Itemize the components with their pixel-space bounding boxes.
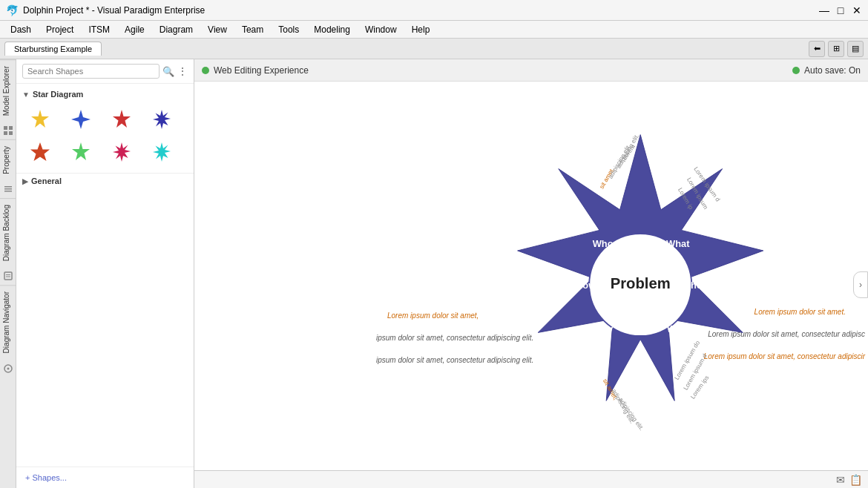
svg-rect-0 <box>4 126 7 130</box>
model-explorer-icon <box>1 123 16 138</box>
shape-panel: 🔍 ⋮ ▼ Star Diagram <box>16 59 194 488</box>
svg-text:Where: Where <box>682 280 711 291</box>
svg-marker-12 <box>31 110 49 128</box>
tab-icon-grid[interactable]: ⊞ <box>828 41 844 57</box>
minimize-button[interactable]: — <box>819 5 829 16</box>
diagram-navigator-icon <box>1 361 16 376</box>
sidebar-tab-diagram-backlog[interactable]: Diagram Backlog <box>0 198 16 267</box>
svg-marker-16 <box>30 142 50 161</box>
svg-text:Why: Why <box>593 323 614 334</box>
shape-item-star-4pt-blue[interactable] <box>66 105 96 134</box>
svg-rect-9 <box>6 277 10 277</box>
autosave-dot <box>792 67 800 74</box>
title-bar-controls: — □ ✕ <box>819 5 862 16</box>
tab-bar: Starbursting Example ⬅ ⊞ ▤ <box>0 39 868 59</box>
status-dot <box>202 67 209 74</box>
svg-rect-1 <box>9 126 13 130</box>
search-bar: 🔍 ⋮ <box>16 59 194 84</box>
svg-rect-2 <box>4 131 7 135</box>
shape-item-star-5pt-orange[interactable] <box>25 137 55 167</box>
svg-marker-15 <box>153 110 171 129</box>
diagram-backlog-icon <box>1 268 16 283</box>
app-logo: 🐬 <box>6 4 19 16</box>
menu-project[interactable]: Project <box>39 23 81 36</box>
title-bar-left: 🐬 Dolphin Project * - Visual Paradigm En… <box>6 4 205 16</box>
tab-icon-back[interactable]: ⬅ <box>809 41 825 57</box>
svg-text:How: How <box>576 280 596 291</box>
star-diagram[interactable]: Problem Who What How Where Why When sit … <box>470 114 811 455</box>
svg-marker-13 <box>71 110 91 129</box>
svg-rect-6 <box>4 191 12 192</box>
general-category-arrow: ▶ <box>22 177 28 185</box>
shape-item-star-6pt-green[interactable] <box>66 137 96 167</box>
menu-tools[interactable]: Tools <box>271 23 306 36</box>
shape-item-star-8pt-teal[interactable] <box>147 137 177 167</box>
svg-point-11 <box>7 367 9 369</box>
close-button[interactable]: ✕ <box>852 5 862 16</box>
canvas-area: Web Editing Experience Auto save: On Lor… <box>194 59 868 488</box>
svg-rect-5 <box>4 188 12 190</box>
svg-text:Who: Who <box>593 238 614 249</box>
menu-itsm[interactable]: ITSM <box>81 23 117 36</box>
shape-item-star-8pt-pink[interactable] <box>107 137 137 167</box>
svg-marker-17 <box>72 142 90 160</box>
shape-grid <box>16 102 194 170</box>
canvas-content[interactable]: Lorem ipsum dolor sit amet, ipsum dolor … <box>194 82 868 488</box>
canvas-toolbar-right: Auto save: On <box>792 65 861 76</box>
collapse-panel-button[interactable]: › <box>853 271 868 298</box>
float-text-left-1: Lorem ipsum dolor sit amet, <box>387 311 479 320</box>
app-title: Dolphin Project * - Visual Paradigm Ente… <box>23 5 205 16</box>
doc-icon[interactable]: 📋 <box>849 474 862 486</box>
tab-bar-left: Starbursting Example <box>4 42 102 56</box>
canvas-toolbar: Web Editing Experience Auto save: On <box>194 59 868 82</box>
search-input[interactable] <box>22 64 160 79</box>
star-category-arrow: ▼ <box>22 90 30 99</box>
svg-marker-18 <box>113 142 131 162</box>
menu-dash[interactable]: Dash <box>3 23 39 36</box>
svg-text:When: When <box>667 323 693 334</box>
menu-help[interactable]: Help <box>404 23 438 36</box>
shape-categories: ▼ Star Diagram <box>16 84 194 466</box>
property-icon <box>1 182 16 197</box>
tab-bar-right: ⬅ ⊞ ▤ <box>809 41 864 57</box>
svg-rect-7 <box>4 272 12 280</box>
tab-icon-panel[interactable]: ▤ <box>847 41 864 57</box>
bottom-bar: ✉ 📋 <box>194 470 868 488</box>
menu-team[interactable]: Team <box>234 23 271 36</box>
sidebar-tab-diagram-navigator[interactable]: Diagram Navigator <box>0 285 16 359</box>
main-layout: Model Explorer Property Diagram Backlog … <box>0 59 868 488</box>
star-category-header[interactable]: ▼ Star Diagram <box>16 87 194 102</box>
general-category-header[interactable]: ▶ General <box>16 173 194 188</box>
svg-text:adipiscing elit.: adipiscing elit. <box>617 397 645 432</box>
maximize-button[interactable]: □ <box>835 5 846 16</box>
diagram-tab[interactable]: Starbursting Example <box>4 42 102 56</box>
svg-rect-4 <box>4 186 12 188</box>
canvas-tab-label: Web Editing Experience <box>214 65 309 76</box>
shape-item-star-8pt-darkblue[interactable] <box>147 105 177 134</box>
shape-item-star-6pt-yellow[interactable] <box>25 105 55 134</box>
more-options-icon[interactable]: ⋮ <box>177 65 188 77</box>
menu-diagram[interactable]: Diagram <box>152 23 200 36</box>
shape-item-star-6pt-red[interactable] <box>107 105 137 134</box>
add-shapes-label: + Shapes... <box>25 473 67 482</box>
add-shapes-button[interactable]: + Shapes... <box>16 466 194 488</box>
svg-text:Problem: Problem <box>611 275 671 291</box>
svg-marker-19 <box>153 142 171 162</box>
svg-rect-8 <box>6 274 10 275</box>
star-category-label: Star Diagram <box>33 90 83 99</box>
menu-bar: Dash Project ITSM Agile Diagram View Tea… <box>0 21 868 39</box>
menu-agile[interactable]: Agile <box>117 23 152 36</box>
email-icon[interactable]: ✉ <box>836 474 845 486</box>
sidebar-tab-model-explorer[interactable]: Model Explorer <box>0 59 16 122</box>
title-bar: 🐬 Dolphin Project * - Visual Paradigm En… <box>0 0 868 21</box>
svg-marker-14 <box>113 110 131 128</box>
left-sidebar: Model Explorer Property Diagram Backlog … <box>0 59 16 488</box>
menu-window[interactable]: Window <box>358 23 404 36</box>
autosave-label: Auto save: On <box>804 65 861 76</box>
general-category-label: General <box>31 177 62 185</box>
menu-view[interactable]: View <box>200 23 234 36</box>
menu-modeling[interactable]: Modeling <box>306 23 358 36</box>
canvas-toolbar-left: Web Editing Experience <box>202 65 309 76</box>
search-icon: 🔍 <box>162 66 174 77</box>
sidebar-tab-property[interactable]: Property <box>0 139 16 180</box>
